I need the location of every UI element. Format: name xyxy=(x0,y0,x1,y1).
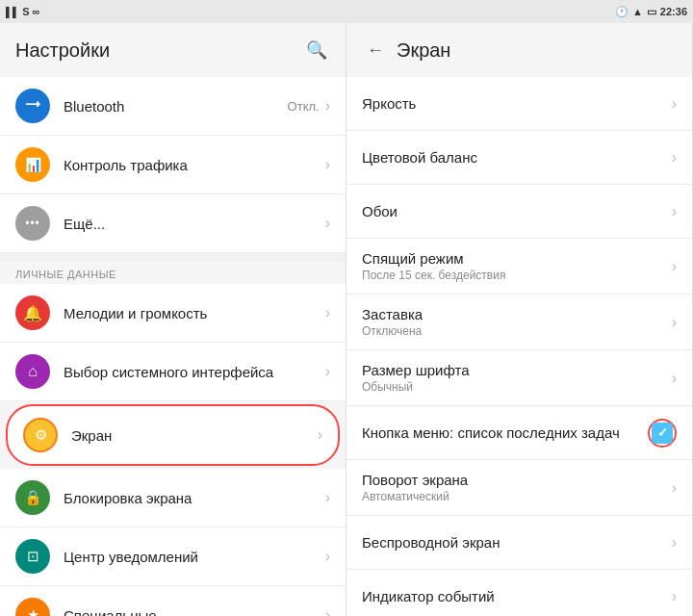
settings-item-more[interactable]: ••• Ещё... › xyxy=(0,194,346,253)
status-bar-right: ▌▌ S ∞ 🕐 ▲ ▭ 22:36 xyxy=(0,0,693,23)
back-arrow-icon: ← xyxy=(367,40,384,61)
settings-item-color-balance[interactable]: Цветовой баланс › xyxy=(346,131,692,185)
bluetooth-icon-wrap: ⭢ xyxy=(15,89,50,123)
screensaver-chevron: › xyxy=(672,314,677,331)
settings-item-screen[interactable]: ⚙ Экран › xyxy=(6,404,340,466)
infinity-icon-r: ∞ xyxy=(33,6,40,17)
settings-item-screensaver[interactable]: Заставка Отключена › xyxy=(346,295,692,350)
menu-button-checkbox[interactable]: ✓ xyxy=(652,423,673,444)
brightness-text: Яркость xyxy=(362,95,672,112)
notifications-icon-wrap: ⊡ xyxy=(15,539,50,574)
left-scroll-area: ⭢ Bluetooth Откл. › 📊 Контроль трафика ›… xyxy=(0,77,346,616)
right-panel-title: Экран xyxy=(397,39,450,62)
bluetooth-chevron: › xyxy=(325,97,330,115)
bluetooth-text: Bluetooth xyxy=(64,98,288,115)
more-text: Ещё... xyxy=(64,216,325,232)
event-indicator-text: Индикатор событий xyxy=(362,588,672,604)
status-right-right-icons: 🕐 ▲ ▭ 22:36 xyxy=(615,6,687,18)
settings-item-bluetooth[interactable]: ⭢ Bluetooth Откл. › xyxy=(0,77,346,136)
special-chevron: › xyxy=(325,606,330,616)
battery-icon-r: ▭ xyxy=(647,6,656,18)
color-balance-chevron: › xyxy=(672,149,677,167)
traffic-icon: 📊 xyxy=(25,157,41,172)
menu-button-checkbox-circle: ✓ xyxy=(648,419,677,448)
screen-icon: ⚙ xyxy=(35,426,47,444)
traffic-title: Контроль трафика xyxy=(64,157,325,173)
settings-item-brightness[interactable]: Яркость › xyxy=(346,77,692,131)
traffic-chevron: › xyxy=(325,156,330,173)
wallpaper-title: Обои xyxy=(362,203,672,219)
interface-title: Выбор системного интерфейса xyxy=(64,364,325,380)
menu-button-text: Кнопка меню: список последних задач xyxy=(362,424,648,441)
lock-text: Блокировка экрана xyxy=(64,490,325,506)
bluetooth-value: Откл. xyxy=(288,99,320,114)
sleep-chevron: › xyxy=(672,258,677,275)
screensaver-title: Заставка xyxy=(362,306,672,322)
sleep-title: Спящий режим xyxy=(362,250,672,267)
lock-icon-wrap: 🔒 xyxy=(15,480,50,515)
settings-item-wireless-display[interactable]: Беспроводной экран › xyxy=(346,516,692,570)
settings-item-wallpaper[interactable]: Обои › xyxy=(346,185,692,239)
more-title: Ещё... xyxy=(64,216,325,232)
search-icon: 🔍 xyxy=(306,39,327,61)
status-right-left-icons: ▌▌ S ∞ xyxy=(6,6,39,17)
settings-item-menu-button[interactable]: Кнопка меню: список последних задач ✓ xyxy=(346,406,692,460)
lock-icon: 🔒 xyxy=(24,489,42,506)
settings-item-ringtone[interactable]: 🔔 Мелодии и громкость › xyxy=(0,284,346,343)
section-personal: ЛИЧНЫЕ ДАННЫЕ xyxy=(0,261,346,284)
right-scroll-area: Яркость › Цветовой баланс › Обои › Спящи… xyxy=(346,77,692,616)
settings-item-font-size[interactable]: Размер шрифта Обычный › xyxy=(346,350,692,406)
settings-item-special[interactable]: ★ Специальные › xyxy=(0,586,346,616)
special-icon: ★ xyxy=(27,606,39,616)
wallpaper-chevron: › xyxy=(672,203,677,220)
font-size-text: Размер шрифта Обычный xyxy=(362,362,672,394)
brightness-title: Яркость xyxy=(362,95,672,112)
interface-text: Выбор системного интерфейса xyxy=(64,364,325,380)
more-icon: ••• xyxy=(25,217,40,230)
settings-item-sleep[interactable]: Спящий режим После 15 сек. бездействия › xyxy=(346,239,692,295)
checkmark-icon: ✓ xyxy=(657,425,668,440)
notifications-title: Центр уведомлений xyxy=(64,549,325,565)
screen-title: Экран xyxy=(71,427,318,444)
color-balance-title: Цветовой баланс xyxy=(362,149,672,166)
signal-icon-r: ▌▌ xyxy=(6,7,19,17)
lock-title: Блокировка экрана xyxy=(64,490,325,506)
special-title: Специальные xyxy=(64,607,325,617)
rotation-subtitle: Автоматический xyxy=(362,490,672,503)
back-button[interactable]: ← xyxy=(362,37,389,64)
brightness-chevron: › xyxy=(672,95,677,113)
s-logo-icon-r: S xyxy=(22,6,29,17)
rotation-text: Поворот экрана Автоматический xyxy=(362,472,672,503)
settings-item-traffic[interactable]: 📊 Контроль трафика › xyxy=(0,136,346,194)
screen-icon-wrap: ⚙ xyxy=(23,418,58,452)
bluetooth-icon: ⭢ xyxy=(25,97,40,115)
wallpaper-text: Обои xyxy=(362,203,672,219)
wireless-display-text: Беспроводной экран xyxy=(362,534,672,551)
rotation-title: Поворот экрана xyxy=(362,472,672,488)
settings-item-notifications[interactable]: ⊡ Центр уведомлений › xyxy=(0,527,346,586)
event-indicator-chevron: › xyxy=(672,588,677,605)
right-panel: ▌▌ S ∞ 🕐 ▲ ▭ 22:36 ← Экран Яркость › xyxy=(346,0,693,616)
lock-chevron: › xyxy=(325,489,330,506)
bluetooth-title: Bluetooth xyxy=(64,98,288,115)
wireless-display-title: Беспроводной экран xyxy=(362,534,672,551)
settings-item-rotation[interactable]: Поворот экрана Автоматический › xyxy=(346,460,692,516)
alarm-icon-r: 🕐 xyxy=(615,6,629,18)
ringtone-icon-wrap: 🔔 xyxy=(15,295,50,330)
settings-item-lock[interactable]: 🔒 Блокировка экрана › xyxy=(0,469,346,527)
settings-item-event-indicator[interactable]: Индикатор событий › xyxy=(346,570,692,616)
interface-icon-wrap: ⌂ xyxy=(15,354,50,389)
screen-text: Экран xyxy=(71,427,318,444)
more-chevron: › xyxy=(325,215,330,232)
event-indicator-title: Индикатор событий xyxy=(362,588,672,604)
wifi-icon-r: ▲ xyxy=(632,6,643,17)
sleep-text: Спящий режим После 15 сек. бездействия xyxy=(362,250,672,282)
font-size-subtitle: Обычный xyxy=(362,380,672,394)
ringtone-text: Мелодии и громкость xyxy=(64,305,325,321)
search-button[interactable]: 🔍 xyxy=(303,37,330,64)
settings-item-interface[interactable]: ⌂ Выбор системного интерфейса › xyxy=(0,343,346,401)
rotation-chevron: › xyxy=(672,479,677,497)
screen-chevron: › xyxy=(318,426,322,444)
font-size-chevron: › xyxy=(672,370,677,387)
menu-button-title: Кнопка меню: список последних задач xyxy=(362,424,648,441)
